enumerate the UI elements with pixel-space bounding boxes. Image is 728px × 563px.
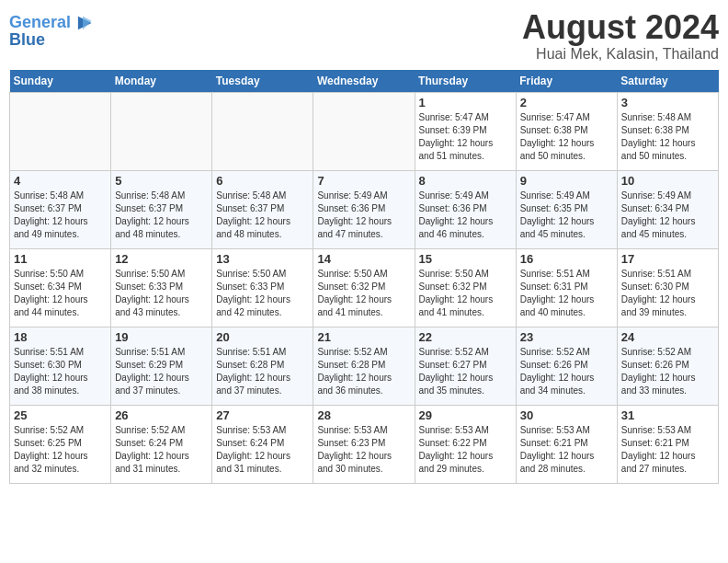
- day-info: Sunrise: 5:52 AM Sunset: 6:25 PM Dayligh…: [14, 424, 107, 476]
- calendar-cell: 24Sunrise: 5:52 AM Sunset: 6:26 PM Dayli…: [617, 327, 718, 405]
- calendar-cell: 19Sunrise: 5:51 AM Sunset: 6:29 PM Dayli…: [111, 327, 212, 405]
- calendar-cell: 8Sunrise: 5:49 AM Sunset: 6:36 PM Daylig…: [415, 170, 516, 248]
- day-number: 3: [621, 96, 714, 109]
- col-header-tuesday: Tuesday: [212, 70, 313, 93]
- week-row-5: 25Sunrise: 5:52 AM Sunset: 6:25 PM Dayli…: [10, 405, 719, 483]
- day-number: 7: [317, 174, 410, 188]
- day-info: Sunrise: 5:53 AM Sunset: 6:22 PM Dayligh…: [419, 424, 512, 476]
- day-info: Sunrise: 5:53 AM Sunset: 6:21 PM Dayligh…: [621, 424, 714, 476]
- calendar-cell: 15Sunrise: 5:50 AM Sunset: 6:32 PM Dayli…: [415, 248, 516, 327]
- calendar-cell: [212, 92, 313, 170]
- day-number: 6: [216, 174, 309, 188]
- day-info: Sunrise: 5:51 AM Sunset: 6:30 PM Dayligh…: [621, 268, 714, 319]
- day-number: 19: [115, 330, 208, 344]
- calendar-cell: 4Sunrise: 5:48 AM Sunset: 6:37 PM Daylig…: [10, 170, 111, 248]
- week-row-3: 11Sunrise: 5:50 AM Sunset: 6:34 PM Dayli…: [10, 248, 719, 327]
- calendar-cell: 22Sunrise: 5:52 AM Sunset: 6:27 PM Dayli…: [415, 327, 516, 405]
- day-number: 10: [621, 174, 714, 188]
- calendar-cell: 20Sunrise: 5:51 AM Sunset: 6:28 PM Dayli…: [212, 327, 313, 405]
- day-info: Sunrise: 5:47 AM Sunset: 6:38 PM Dayligh…: [520, 111, 613, 163]
- day-info: Sunrise: 5:50 AM Sunset: 6:32 PM Dayligh…: [317, 268, 410, 319]
- day-info: Sunrise: 5:51 AM Sunset: 6:29 PM Dayligh…: [115, 346, 208, 397]
- day-info: Sunrise: 5:50 AM Sunset: 6:34 PM Dayligh…: [14, 268, 107, 319]
- day-number: 12: [115, 252, 208, 266]
- day-info: Sunrise: 5:49 AM Sunset: 6:35 PM Dayligh…: [520, 190, 613, 241]
- day-info: Sunrise: 5:51 AM Sunset: 6:28 PM Dayligh…: [216, 346, 309, 397]
- calendar-cell: 17Sunrise: 5:51 AM Sunset: 6:30 PM Dayli…: [617, 248, 718, 327]
- day-info: Sunrise: 5:53 AM Sunset: 6:23 PM Dayligh…: [317, 424, 410, 476]
- day-info: Sunrise: 5:49 AM Sunset: 6:36 PM Dayligh…: [317, 190, 410, 241]
- day-number: 13: [216, 252, 309, 266]
- day-info: Sunrise: 5:50 AM Sunset: 6:33 PM Dayligh…: [216, 268, 309, 319]
- day-number: 23: [520, 330, 613, 344]
- calendar-cell: 31Sunrise: 5:53 AM Sunset: 6:21 PM Dayli…: [617, 405, 718, 483]
- calendar-cell: 6Sunrise: 5:48 AM Sunset: 6:37 PM Daylig…: [212, 170, 313, 248]
- day-info: Sunrise: 5:48 AM Sunset: 6:38 PM Dayligh…: [621, 111, 714, 163]
- calendar-cell: 26Sunrise: 5:52 AM Sunset: 6:24 PM Dayli…: [111, 405, 212, 483]
- calendar-cell: 28Sunrise: 5:53 AM Sunset: 6:23 PM Dayli…: [313, 405, 415, 483]
- day-info: Sunrise: 5:49 AM Sunset: 6:36 PM Dayligh…: [419, 190, 512, 241]
- col-header-sunday: Sunday: [10, 70, 111, 93]
- calendar-cell: 30Sunrise: 5:53 AM Sunset: 6:21 PM Dayli…: [516, 405, 617, 483]
- calendar-cell: 2Sunrise: 5:47 AM Sunset: 6:38 PM Daylig…: [516, 92, 617, 170]
- month-title: August 2024: [522, 9, 719, 46]
- day-info: Sunrise: 5:51 AM Sunset: 6:30 PM Dayligh…: [14, 346, 107, 397]
- day-number: 29: [419, 408, 512, 422]
- day-number: 17: [621, 252, 714, 266]
- logo: General Blue: [9, 13, 93, 50]
- day-info: Sunrise: 5:51 AM Sunset: 6:31 PM Dayligh…: [520, 268, 613, 319]
- day-info: Sunrise: 5:53 AM Sunset: 6:24 PM Dayligh…: [216, 424, 309, 476]
- day-number: 9: [520, 174, 613, 188]
- day-number: 24: [621, 330, 714, 344]
- page-header: General Blue August 2024 Huai Mek, Kalas…: [9, 9, 719, 63]
- col-header-saturday: Saturday: [617, 70, 718, 93]
- day-number: 16: [520, 252, 613, 266]
- day-number: 8: [419, 174, 512, 188]
- day-number: 18: [14, 330, 107, 344]
- day-number: 11: [14, 252, 107, 266]
- calendar-cell: 29Sunrise: 5:53 AM Sunset: 6:22 PM Dayli…: [415, 405, 516, 483]
- calendar-cell: 25Sunrise: 5:52 AM Sunset: 6:25 PM Dayli…: [10, 405, 111, 483]
- calendar-cell: 21Sunrise: 5:52 AM Sunset: 6:28 PM Dayli…: [313, 327, 415, 405]
- day-info: Sunrise: 5:52 AM Sunset: 6:28 PM Dayligh…: [317, 346, 410, 397]
- day-number: 5: [115, 174, 208, 188]
- calendar-cell: 5Sunrise: 5:48 AM Sunset: 6:37 PM Daylig…: [111, 170, 212, 248]
- day-number: 30: [520, 408, 613, 422]
- title-block: August 2024 Huai Mek, Kalasin, Thailand: [522, 9, 719, 63]
- day-number: 22: [419, 330, 512, 344]
- col-header-thursday: Thursday: [415, 70, 516, 93]
- header-row: SundayMondayTuesdayWednesdayThursdayFrid…: [10, 70, 719, 93]
- day-info: Sunrise: 5:49 AM Sunset: 6:34 PM Dayligh…: [621, 190, 714, 241]
- calendar-cell: 11Sunrise: 5:50 AM Sunset: 6:34 PM Dayli…: [10, 248, 111, 327]
- day-number: 20: [216, 330, 309, 344]
- day-info: Sunrise: 5:52 AM Sunset: 6:26 PM Dayligh…: [621, 346, 714, 397]
- calendar-cell: 18Sunrise: 5:51 AM Sunset: 6:30 PM Dayli…: [10, 327, 111, 405]
- day-info: Sunrise: 5:52 AM Sunset: 6:24 PM Dayligh…: [115, 424, 208, 476]
- day-info: Sunrise: 5:48 AM Sunset: 6:37 PM Dayligh…: [216, 190, 309, 241]
- day-number: 15: [419, 252, 512, 266]
- day-number: 31: [621, 408, 714, 422]
- calendar-cell: 27Sunrise: 5:53 AM Sunset: 6:24 PM Dayli…: [212, 405, 313, 483]
- calendar-cell: 13Sunrise: 5:50 AM Sunset: 6:33 PM Dayli…: [212, 248, 313, 327]
- calendar-cell: 3Sunrise: 5:48 AM Sunset: 6:38 PM Daylig…: [617, 92, 718, 170]
- logo-text: General: [9, 14, 71, 32]
- day-number: 4: [14, 174, 107, 188]
- day-number: 1: [419, 96, 512, 109]
- day-number: 25: [14, 408, 107, 422]
- logo-blue-text: Blue: [9, 31, 93, 50]
- calendar-cell: 12Sunrise: 5:50 AM Sunset: 6:33 PM Dayli…: [111, 248, 212, 327]
- calendar-table: SundayMondayTuesdayWednesdayThursdayFrid…: [9, 70, 719, 484]
- week-row-2: 4Sunrise: 5:48 AM Sunset: 6:37 PM Daylig…: [10, 170, 719, 248]
- logo-icon: [73, 13, 93, 33]
- day-info: Sunrise: 5:52 AM Sunset: 6:27 PM Dayligh…: [419, 346, 512, 397]
- week-row-4: 18Sunrise: 5:51 AM Sunset: 6:30 PM Dayli…: [10, 327, 719, 405]
- day-info: Sunrise: 5:47 AM Sunset: 6:39 PM Dayligh…: [419, 111, 512, 163]
- day-info: Sunrise: 5:53 AM Sunset: 6:21 PM Dayligh…: [520, 424, 613, 476]
- week-row-1: 1Sunrise: 5:47 AM Sunset: 6:39 PM Daylig…: [10, 92, 719, 170]
- calendar-cell: 16Sunrise: 5:51 AM Sunset: 6:31 PM Dayli…: [516, 248, 617, 327]
- day-info: Sunrise: 5:50 AM Sunset: 6:32 PM Dayligh…: [419, 268, 512, 319]
- calendar-cell: [111, 92, 212, 170]
- day-info: Sunrise: 5:48 AM Sunset: 6:37 PM Dayligh…: [115, 190, 208, 241]
- calendar-cell: 7Sunrise: 5:49 AM Sunset: 6:36 PM Daylig…: [313, 170, 415, 248]
- calendar-cell: 9Sunrise: 5:49 AM Sunset: 6:35 PM Daylig…: [516, 170, 617, 248]
